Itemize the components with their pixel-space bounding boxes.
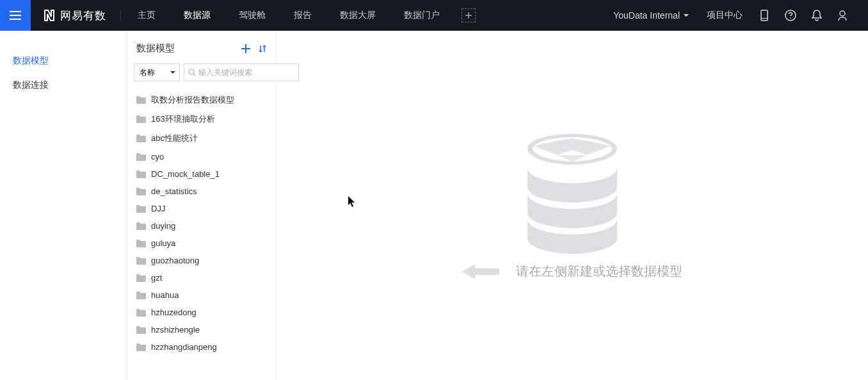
svg-point-5 xyxy=(189,69,194,74)
tree-item[interactable]: hzhuzedong xyxy=(127,304,276,321)
folder-icon xyxy=(136,343,146,351)
hamburger-icon xyxy=(10,11,21,20)
folder-label: hzzhangdianpeng xyxy=(151,342,217,352)
svg-point-4 xyxy=(840,11,845,16)
nav-portal[interactable]: 数据门户 xyxy=(390,0,454,31)
header-right: YouData Internal 项目中心 xyxy=(604,0,868,31)
tree-item[interactable]: duying xyxy=(127,217,276,235)
folder-label: DC_mock_table_1 xyxy=(151,169,220,179)
main-nav: 主页 数据源 驾驶舱 报告 数据大屏 数据门户 xyxy=(124,0,476,31)
nav-report[interactable]: 报告 xyxy=(280,0,326,31)
nav-add-button[interactable] xyxy=(462,8,476,22)
panel-search: 名称 xyxy=(127,63,276,88)
folder-label: huahua xyxy=(151,290,179,300)
panel-title: 数据模型 xyxy=(136,42,175,54)
tree-item[interactable]: DC_mock_table_1 xyxy=(127,165,276,183)
menu-toggle[interactable] xyxy=(0,0,31,31)
svg-point-3 xyxy=(790,17,791,19)
user-icon-button[interactable] xyxy=(830,0,855,31)
notification-icon-button[interactable] xyxy=(804,0,830,31)
nav-datasource[interactable]: 数据源 xyxy=(170,0,225,31)
folder-label: hzshizhengle xyxy=(151,325,200,335)
panel-actions xyxy=(241,44,267,53)
tree-item[interactable]: de_statistics xyxy=(127,183,276,200)
divider xyxy=(120,10,121,21)
main-area: 数据模型 数据连接 数据模型 名称 取数分析报告数据模型163 xyxy=(0,31,868,380)
logo-text: 网易有数 xyxy=(60,8,106,23)
tree-item[interactable]: 取数分析报告数据模型 xyxy=(127,90,276,110)
folder-icon xyxy=(136,170,146,178)
select-label: 名称 xyxy=(140,67,155,78)
folder-icon xyxy=(136,188,146,195)
folder-icon xyxy=(136,222,146,230)
top-header: 网易有数 主页 数据源 驾驶舱 报告 数据大屏 数据门户 YouData Int… xyxy=(0,0,868,31)
folder-icon xyxy=(136,257,146,265)
folder-label: guozhaotong xyxy=(151,256,199,265)
tree-item[interactable]: hzzhangdianpeng xyxy=(127,338,276,356)
folder-label: 取数分析报告数据模型 xyxy=(151,94,234,106)
help-icon-button[interactable] xyxy=(777,0,804,31)
folder-icon xyxy=(136,205,146,213)
folder-label: guluya xyxy=(151,238,175,248)
svg-rect-1 xyxy=(761,18,768,19)
project-center-link[interactable]: 项目中心 xyxy=(698,0,751,31)
nav-cockpit[interactable]: 驾驶舱 xyxy=(225,0,280,31)
tree-item[interactable]: 163环境抽取分析 xyxy=(127,110,276,129)
folder-label: hzhuzedong xyxy=(151,308,197,317)
plus-icon xyxy=(465,12,472,19)
project-selector[interactable]: YouData Internal xyxy=(604,0,698,31)
folder-icon xyxy=(136,292,146,299)
folder-label: gzt xyxy=(151,273,162,283)
tree-item[interactable]: cyo xyxy=(127,148,276,165)
tree-item[interactable]: guozhaotong xyxy=(127,252,276,269)
nav-bigscreen[interactable]: 数据大屏 xyxy=(326,0,390,31)
leftnav-data-model[interactable]: 数据模型 xyxy=(13,49,114,73)
search-type-select[interactable]: 名称 xyxy=(134,63,180,81)
folder-icon xyxy=(136,274,146,282)
tree-item[interactable]: guluya xyxy=(127,235,276,252)
plus-icon xyxy=(241,44,250,53)
folder-label: de_statistics xyxy=(151,186,197,196)
sort-button[interactable] xyxy=(258,44,267,53)
folder-label: 163环境抽取分析 xyxy=(151,113,215,125)
folder-icon xyxy=(136,135,146,142)
logo-icon xyxy=(42,8,56,22)
folder-icon xyxy=(136,115,146,123)
model-panel: 数据模型 名称 取数分析报告数据模型163环境抽取分析abc性能统计cyoDC_… xyxy=(127,31,277,380)
tree-item[interactable]: abc性能统计 xyxy=(127,129,276,148)
tree-item[interactable]: huahua xyxy=(127,286,276,304)
folder-label: DJJ xyxy=(151,204,165,213)
empty-state-text: 请在左侧新建或选择数据模型 xyxy=(516,263,682,280)
folder-icon xyxy=(136,153,146,161)
search-box xyxy=(184,63,299,81)
mobile-icon-button[interactable] xyxy=(751,0,777,31)
bell-icon xyxy=(812,10,822,21)
folder-label: abc性能统计 xyxy=(151,133,198,144)
folder-icon xyxy=(136,240,146,247)
folder-tree[interactable]: 取数分析报告数据模型163环境抽取分析abc性能统计cyoDC_mock_tab… xyxy=(127,88,276,380)
panel-header: 数据模型 xyxy=(127,31,276,63)
sort-icon xyxy=(258,44,267,53)
folder-label: cyo xyxy=(151,152,164,161)
content-area: 请在左侧新建或选择数据模型 xyxy=(277,31,868,380)
svg-rect-0 xyxy=(761,10,768,21)
user-icon xyxy=(837,10,848,21)
empty-database-icon xyxy=(511,131,633,259)
nav-home[interactable]: 主页 xyxy=(124,0,170,31)
search-input[interactable] xyxy=(198,68,294,77)
search-icon xyxy=(188,69,196,76)
folder-icon xyxy=(136,326,146,334)
folder-icon xyxy=(136,309,146,317)
leftnav-data-connection[interactable]: 数据连接 xyxy=(13,73,114,97)
logo[interactable]: 网易有数 xyxy=(31,8,118,23)
folder-label: duying xyxy=(151,221,175,231)
tree-item[interactable]: hzshizhengle xyxy=(127,321,276,338)
leftnav: 数据模型 数据连接 xyxy=(0,31,127,380)
help-icon xyxy=(785,10,796,21)
tree-item[interactable]: gzt xyxy=(127,269,276,286)
add-model-button[interactable] xyxy=(241,44,250,53)
mobile-icon xyxy=(759,10,769,21)
arrow-left-icon xyxy=(462,263,499,281)
folder-icon xyxy=(136,96,146,104)
tree-item[interactable]: DJJ xyxy=(127,200,276,217)
